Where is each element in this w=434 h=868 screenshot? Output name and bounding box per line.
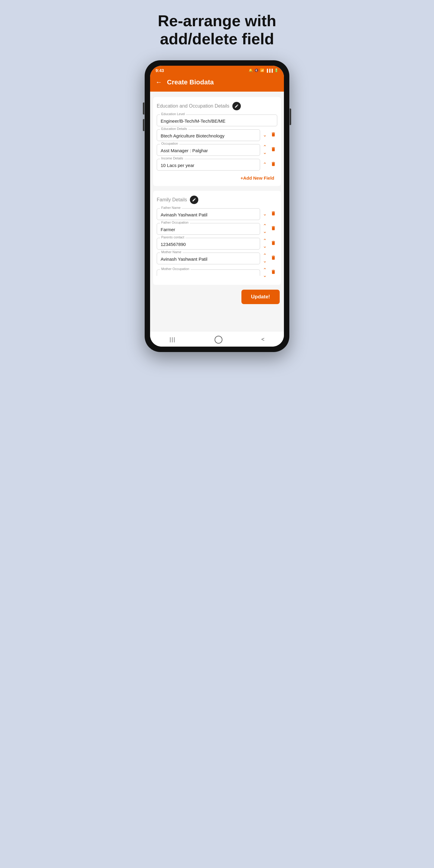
volume-down-button [143,119,144,131]
father-occupation-field: Father Occupation Farmer [157,223,260,235]
education-details-label: Education Details [160,127,188,130]
status-time: 9:43 [156,68,164,73]
father-name-field: Father Name Avinash Yashwant Patil [157,208,260,220]
education-level-field: Education Level Engineer/B-Tech/M-Tech/B… [157,115,277,126]
income-row: Income Details 10 Lacs per year ⌃ [157,159,277,170]
father-occupation-value: Farmer [161,227,256,232]
family-section-header: Family Details [157,195,277,204]
income-up-arrow[interactable]: ⌃ [262,162,268,167]
nav-recent-icon[interactable]: < [261,336,265,343]
mother-name-down-arrow[interactable]: ⌄ [262,258,268,264]
top-bar: ← Create Biodata [150,75,284,92]
occupation-down-arrow[interactable]: ⌄ [262,150,268,155]
bottom-nav: ||| ○ < [150,331,284,347]
education-section: Education and Occupation Details Educati… [153,97,281,186]
parents-contact-row: Parents contact 1234567890 ⌃ ⌄ [157,238,277,250]
income-arrows: ⌃ [262,162,268,167]
parents-contact-value: 1234567890 [161,242,256,247]
mother-name-row: Mother Name Avinash Yashwant Patil ⌃ ⌄ [157,253,277,264]
income-value: 10 Lacs per year [161,163,256,168]
father-name-delete-button[interactable] [270,210,277,218]
father-name-value: Avinash Yashwant Patil [161,212,256,217]
education-details-down-arrow[interactable]: ⌄ [262,132,268,138]
status-icons: 🔔 🔇 📶 ▐▐▐ 🔋 [249,68,278,72]
page-title: Create Biodata [167,79,214,86]
father-name-down-arrow[interactable]: ⌄ [262,211,268,217]
mother-name-arrows: ⌃ ⌄ [262,253,268,264]
father-occupation-row: Father Occupation Farmer ⌃ ⌄ [157,223,277,235]
nav-back-icon[interactable]: ||| [170,336,176,343]
father-name-arrows: ⌄ [262,211,268,217]
wifi-icon: 📶 [260,68,264,72]
mother-name-up-arrow[interactable]: ⌃ [262,253,268,258]
mother-occupation-down-arrow[interactable]: ⌄ [262,273,268,278]
family-edit-button[interactable] [190,195,198,204]
mother-occupation-arrows: ⌃ ⌄ [262,267,268,278]
add-field-row: +Add New Field [157,174,277,182]
phone-screen: 9:43 🔔 🔇 📶 ▐▐▐ 🔋 ← Create Biodata Educat… [150,66,284,347]
education-section-title: Education and Occupation Details [157,103,229,109]
occupation-field: Occupation Asst Manager : Palghar [157,144,260,156]
nav-home-icon[interactable]: ○ [215,336,222,344]
volume-up-button [143,102,144,115]
mother-occupation-row: Mother Occupation ⌃ ⌄ [157,267,277,278]
phone-device: 9:43 🔔 🔇 📶 ▐▐▐ 🔋 ← Create Biodata Educat… [145,60,289,352]
hero-text: Re-arrange with add/delete field [158,12,276,48]
mother-occupation-field: Mother Occupation [157,270,260,276]
battery-icon: 🔋 [274,68,278,72]
family-section-title: Family Details [157,197,187,203]
mother-name-delete-button[interactable] [270,254,277,263]
parents-contact-label: Parents contact [160,236,185,239]
mother-occupation-label: Mother Occupation [160,267,190,271]
status-bar: 9:43 🔔 🔇 📶 ▐▐▐ 🔋 [150,66,284,75]
education-section-header: Education and Occupation Details [157,102,277,110]
father-occupation-arrows: ⌃ ⌄ [262,223,268,234]
father-occupation-up-arrow[interactable]: ⌃ [262,223,268,229]
education-details-delete-button[interactable] [270,131,277,140]
parents-contact-arrows: ⌃ ⌄ [262,238,268,249]
education-details-field: Education Details Btech Agriculture Biot… [157,129,260,141]
alarm-icon: 🔔 [249,68,253,72]
income-delete-button[interactable] [270,160,277,169]
father-occupation-label: Father Occupation [160,221,190,224]
father-occupation-down-arrow[interactable]: ⌄ [262,229,268,234]
parents-contact-down-arrow[interactable]: ⌄ [262,244,268,249]
update-button[interactable]: Update! [241,290,280,304]
father-occupation-delete-button[interactable] [270,224,277,233]
education-details-row: Education Details Btech Agriculture Biot… [157,129,277,141]
content-area: Education and Occupation Details Educati… [150,92,284,331]
education-details-value: Btech Agriculture Biotechnology [161,133,256,138]
mother-occupation-delete-button[interactable] [270,268,277,277]
mother-name-value: Avinash Yashwant Patil [161,256,256,261]
mother-name-field: Mother Name Avinash Yashwant Patil [157,253,260,264]
education-level-label: Education Level [160,112,186,116]
education-edit-button[interactable] [232,102,241,110]
mother-name-label: Mother Name [160,250,183,254]
education-details-arrows: ⌄ [262,132,268,138]
occupation-up-arrow[interactable]: ⌃ [262,144,268,150]
income-field: Income Details 10 Lacs per year [157,159,260,170]
education-level-value: Engineer/B-Tech/M-Tech/BE/ME [161,119,273,124]
income-label: Income Details [160,156,184,160]
parents-contact-delete-button[interactable] [270,239,277,248]
parents-contact-up-arrow[interactable]: ⌃ [262,238,268,244]
signal-icon: ▐▐▐ [266,69,273,72]
father-name-label: Father Name [160,206,182,210]
mother-occupation-up-arrow[interactable]: ⌃ [262,267,268,273]
occupation-label: Occupation [160,142,179,145]
power-button [290,108,291,125]
occupation-row: Occupation Asst Manager : Palghar ⌃ ⌄ [157,144,277,156]
family-section: Family Details Father Name Avinash Yashw… [153,191,281,285]
father-name-row: Father Name Avinash Yashwant Patil ⌄ [157,208,277,220]
occupation-arrows: ⌃ ⌄ [262,144,268,155]
occupation-delete-button[interactable] [270,146,277,154]
occupation-value: Asst Manager : Palghar [161,148,256,153]
parents-contact-field: Parents contact 1234567890 [157,238,260,250]
back-button[interactable]: ← [156,79,162,86]
add-field-button[interactable]: +Add New Field [238,174,277,182]
mute-icon: 🔇 [254,68,258,72]
